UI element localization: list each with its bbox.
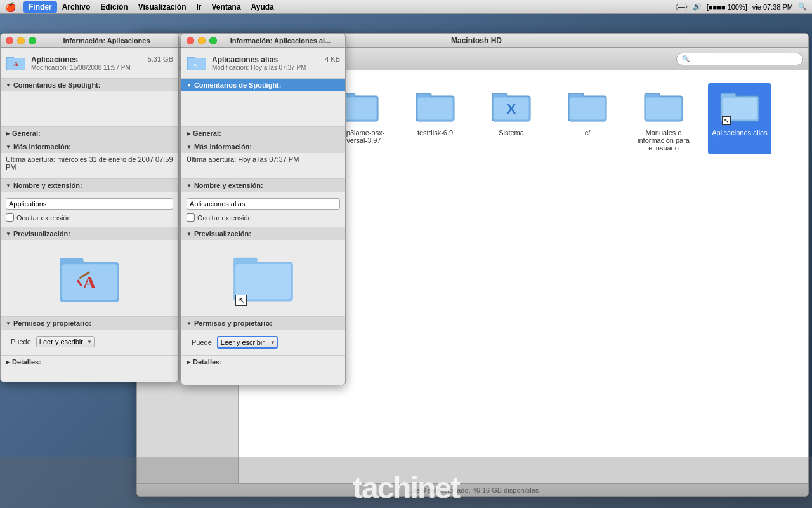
info1-masinfo-section: ▼ Más información: Última apertura: miér…: [1, 140, 178, 179]
info2-permisos-triangle: ▼: [187, 321, 192, 326]
info1-general-label: General:: [12, 130, 41, 137]
info2-general-label: General:: [193, 130, 221, 137]
info1-name-input[interactable]: [6, 198, 173, 210]
menu-archivo[interactable]: Archivo: [57, 1, 96, 13]
info2-masinfo-header[interactable]: ▼ Más información:: [181, 140, 345, 153]
info1-hide-ext-checkbox[interactable]: [6, 213, 14, 222]
dock-label: tachinet: [353, 471, 459, 505]
info2-permisos-header[interactable]: ▼ Permisos y propietario:: [181, 317, 345, 330]
info2-name: Aplicaciones alias: [212, 55, 278, 64]
info2-permisos-content: Puede Leer y escribir Sólo lectura Sin a…: [181, 330, 345, 355]
info1-preview-section: ▼ Previsualización: A: [1, 227, 178, 317]
info2-masinfo-content: Última apertura: Hoy a las 07:37 PM: [181, 153, 345, 178]
info2-detalles-label: Detalles:: [193, 358, 222, 366]
info2-nombre-section: ▼ Nombre y extensión: Ocultar extensión: [181, 179, 345, 227]
manuales-label: Manuales e información para el usuario: [634, 129, 693, 152]
info2-spotlight-section: ▼ Comentarios de Spotlight:: [181, 79, 345, 127]
info2-spotlight-header[interactable]: ▼ Comentarios de Spotlight:: [181, 79, 345, 91]
info1-puede-label: Puede: [11, 338, 31, 345]
clock: vie 07:38 PM: [752, 3, 793, 11]
menu-visualizacion[interactable]: Visualización: [133, 1, 192, 13]
finder-item-c[interactable]: c/: [556, 83, 619, 154]
info2-masinfo-label: Más información:: [194, 143, 252, 150]
info1-spotlight-header[interactable]: ▼ Comentarios de Spotlight:: [1, 79, 178, 91]
volume-icon[interactable]: 🔊: [693, 3, 702, 11]
svg-rect-8: [341, 97, 377, 120]
info2-hide-ext-checkbox[interactable]: [187, 213, 195, 222]
info1-date: Modificación: 15/08/2008 11:57 PM: [31, 64, 173, 71]
menu-edicion[interactable]: Edición: [95, 1, 133, 13]
finder-window-title: Macintosh HD: [451, 36, 502, 45]
info2-general-header[interactable]: ▶ General:: [181, 127, 345, 140]
c-icon: [567, 86, 608, 126]
info2-spotlight-content: [181, 91, 345, 126]
detalles-triangle: ▶: [6, 359, 10, 365]
info1-permisos-section: ▼ Permisos y propietario: Puede Leer y e…: [1, 317, 178, 356]
info1-spotlight-section: ▼ Comentarios de Spotlight:: [1, 79, 178, 127]
finder-item-sistema[interactable]: X Sistema: [480, 83, 543, 154]
info2-hide-ext-row: Ocultar extensión: [187, 212, 340, 223]
info2-detalles-triangle: ▶: [187, 359, 190, 365]
info2-header-text: Aplicaciones alias 4 KB Modificación: Ho…: [212, 55, 340, 71]
info2-zoom[interactable]: [209, 37, 217, 44]
info1-zoom[interactable]: [29, 37, 36, 44]
apple-menu[interactable]: 🍎: [5, 2, 16, 12]
info1-permisos-header[interactable]: ▼ Permisos y propietario:: [1, 317, 178, 330]
menu-ayuda[interactable]: Ayuda: [246, 1, 279, 13]
menu-ventana[interactable]: Ventana: [207, 1, 246, 13]
desktop: Macintosh HD 🔍 A: [0, 14, 812, 508]
permisos-triangle: ▼: [6, 321, 11, 326]
info2-spotlight-label: Comentarios de Spotlight:: [194, 81, 282, 89]
menu-finder[interactable]: Finder: [23, 1, 57, 13]
info2-general-section: ▶ General:: [181, 127, 345, 140]
info1-general-header[interactable]: ▶ General:: [1, 127, 178, 140]
info2-nombre-header[interactable]: ▼ Nombre y extensión:: [181, 179, 345, 192]
info1-nombre-header[interactable]: ▼ Nombre y extensión:: [1, 179, 178, 192]
info1-masinfo-header[interactable]: ▼ Más información:: [1, 140, 178, 153]
info2-nombre-content: Ocultar extensión: [181, 192, 345, 227]
info2-permissions-select[interactable]: Leer y escribir Sólo lectura Sin acceso: [217, 336, 278, 349]
info2-close[interactable]: [187, 37, 194, 44]
alias-icon: ↖: [719, 86, 760, 126]
info-titlebar-2: Información: Aplicaciones al...: [181, 34, 345, 48]
finder-item-manuales[interactable]: Manuales e información para el usuario: [632, 83, 695, 154]
menu-ir[interactable]: Ir: [192, 1, 207, 13]
finder-item-testdisk[interactable]: testdisk-6.9: [403, 83, 467, 154]
nombre-triangle: ▼: [6, 183, 11, 189]
info2-preview-header[interactable]: ▼ Previsualización:: [181, 227, 345, 240]
info2-name-input[interactable]: [187, 198, 340, 210]
finder-item-alias[interactable]: ↖ Aplicaciones alias: [708, 83, 771, 154]
info1-permissions-select[interactable]: Leer y escribir Sólo lectura Sin acceso: [36, 336, 95, 347]
svg-rect-41: [235, 264, 291, 299]
search-input[interactable]: 🔍: [676, 53, 803, 65]
info2-detalles-section[interactable]: ▶ Detalles:: [181, 356, 345, 368]
info1-permisos-label: Permisos y propietario:: [13, 319, 91, 327]
svg-text:↖: ↖: [193, 62, 199, 69]
info2-ultima-apertura: Última apertura: Hoy a las 07:37 PM: [187, 156, 299, 163]
info1-permissions-row: Puede Leer y escribir Sólo lectura Sin a…: [6, 333, 173, 350]
info1-header: A Aplicaciones 5.31 GB Modificación: 15/…: [1, 48, 178, 79]
info1-select-wrapper: Leer y escribir Sólo lectura Sin acceso: [36, 336, 95, 347]
dock-area: tachinet: [0, 457, 812, 508]
info1-close[interactable]: [6, 37, 13, 44]
spotlight-icon[interactable]: 🔍: [798, 3, 807, 11]
masinfo-triangle: ▼: [6, 144, 11, 150]
info1-title: Información: Aplicaciones: [63, 37, 150, 44]
svg-text:X: X: [507, 101, 516, 117]
info2-general-triangle: ▶: [187, 131, 190, 137]
info1-header-icon: A: [6, 53, 26, 73]
info1-minimize[interactable]: [17, 37, 25, 44]
info1-detalles-section[interactable]: ▶ Detalles:: [1, 356, 178, 368]
info1-permisos-content: Puede Leer y escribir Sólo lectura Sin a…: [1, 330, 178, 355]
info1-preview-header[interactable]: ▼ Previsualización:: [1, 227, 178, 240]
info2-preview-label: Previsualización:: [194, 230, 251, 237]
info-window-alias: Información: Aplicaciones al... ↖ Aplica…: [181, 33, 346, 385]
alias-label: Aplicaciones alias: [712, 129, 767, 137]
svg-text:A: A: [13, 60, 18, 67]
info2-minimize[interactable]: [198, 37, 206, 44]
wifi-icon[interactable]: 〈—〉: [676, 3, 688, 11]
info-window-aplicaciones: Información: Aplicaciones A Aplicaciones…: [0, 33, 179, 382]
general-triangle: ▶: [6, 131, 10, 137]
info1-detalles-label: Detalles:: [12, 358, 41, 366]
info2-hide-ext-label: Ocultar extensión: [197, 214, 252, 222]
